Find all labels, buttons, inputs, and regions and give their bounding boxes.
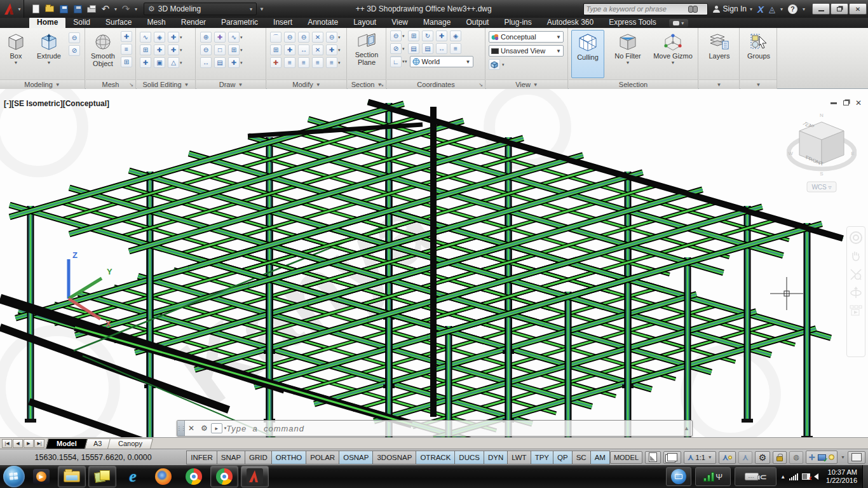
tray-clock[interactable]: 10:37 AM 1/22/2016	[822, 468, 861, 485]
erase-icon[interactable]: ✚	[270, 57, 281, 68]
toggle-sc[interactable]: SC	[572, 451, 590, 464]
drawing-area[interactable]: KanyaZYX [-][SE Isometric][Conceptual] ✕…	[0, 89, 868, 437]
a360-icon[interactable]: ◬	[769, 4, 775, 14]
move-icon[interactable]: ⌒	[270, 32, 281, 43]
break-icon[interactable]: ⊖	[326, 32, 337, 43]
panel-title-draw[interactable]: Draw▼	[196, 79, 266, 89]
polyline-icon[interactable]: ⊕	[200, 32, 212, 43]
ucs-zaxis-icon[interactable]: ▤	[422, 43, 433, 54]
close-button[interactable]: ✕	[849, 3, 867, 15]
viewcube[interactable]: NESW TOP FRONT RIGHT WCS ▿	[787, 113, 857, 197]
show-desktop-button[interactable]	[862, 465, 868, 488]
navigation-wheel-icon[interactable]	[849, 231, 863, 245]
tab-parametric[interactable]: Parametric	[214, 17, 266, 28]
command-close-icon[interactable]: ✕	[188, 424, 194, 433]
extrude-button[interactable]: Extrude▼	[32, 30, 66, 78]
section-plane-button[interactable]: Section Plane	[349, 30, 384, 78]
command-customize-icon[interactable]: ⚙	[201, 424, 208, 433]
undo-dropdown-icon[interactable]: ▾	[114, 6, 117, 12]
tray-maintenance-tool[interactable]	[666, 467, 691, 486]
3d-align-icon[interactable]: ⊖	[284, 32, 295, 43]
taskbar-firefox[interactable]	[149, 466, 177, 487]
solid-edit-faces-icon[interactable]: ◈	[154, 32, 165, 43]
signal-strength-icon[interactable]	[789, 473, 798, 480]
redo-icon[interactable]: ↷	[121, 4, 131, 14]
tab-layout[interactable]: Layout	[346, 17, 384, 28]
layers-button[interactable]: Layers	[702, 30, 736, 78]
start-button[interactable]	[3, 466, 25, 487]
ribbon-display-toggle[interactable]: ▾	[669, 19, 688, 27]
revision-cloud-icon[interactable]: ✚	[214, 32, 226, 43]
rectangle-icon[interactable]: ▤	[214, 57, 226, 68]
search-input[interactable]	[587, 5, 688, 13]
ucs-named-icon[interactable]: ⊖	[390, 30, 402, 41]
taskbar-sticky-notes[interactable]	[88, 466, 116, 487]
drawing-close-icon[interactable]: ✕	[855, 98, 862, 107]
model-space-button[interactable]: MODEL	[610, 451, 642, 464]
toggle-infer[interactable]: INFER	[186, 451, 217, 464]
taskbar-chrome[interactable]	[180, 466, 208, 487]
smooth-object-button[interactable]: Smooth Object	[87, 30, 119, 78]
status-preview-icon[interactable]	[818, 454, 826, 461]
toggle-tpy[interactable]: TPY	[531, 451, 553, 464]
command-line-grip[interactable]: ⋮⋮	[177, 421, 185, 436]
toggle-snap[interactable]: SNAP	[217, 451, 245, 464]
ucs-x-icon[interactable]: ⊘	[390, 43, 402, 54]
navigation-bar[interactable]	[846, 226, 865, 357]
panel-title-mesh[interactable]: Mesh	[86, 79, 135, 89]
ucs-rotate-icon[interactable]: ▤	[408, 43, 419, 54]
extend-icon[interactable]: ✕	[312, 44, 323, 55]
taskbar-explorer[interactable]	[58, 466, 86, 487]
panel-title-view[interactable]: View▼	[486, 79, 567, 89]
ucs-icon[interactable]: ∟	[390, 57, 402, 67]
qat-customize-icon[interactable]: ▼	[259, 6, 264, 12]
taskbar-chrome-2[interactable]	[210, 466, 238, 487]
intersect-icon[interactable]: ✚	[140, 57, 151, 68]
arc-icon[interactable]: ∿	[228, 32, 240, 43]
viewcube-settings-icon[interactable]	[489, 59, 500, 70]
toggle-ducs[interactable]: DUCS	[454, 451, 484, 464]
drawing-minimize-icon[interactable]	[831, 102, 837, 104]
toggle-qp[interactable]: QP	[553, 451, 572, 464]
section-dialog-launcher-icon[interactable]: ↘	[379, 82, 384, 88]
panel-title-layers[interactable]: ▼	[699, 79, 739, 89]
groups-button[interactable]: Groups	[742, 30, 775, 78]
tab-mesh[interactable]: Mesh	[139, 17, 173, 28]
array-icon[interactable]: ≡	[326, 57, 337, 68]
mirror-icon[interactable]: ⊞	[270, 44, 281, 55]
quick-view-layouts-button[interactable]	[645, 451, 661, 464]
workspace-switcher[interactable]: ⚙ 3D Modeling ▾	[144, 3, 257, 15]
culling-button[interactable]: Culling	[571, 30, 604, 78]
panel-title-groups[interactable]: ▼	[740, 79, 776, 89]
minimize-button[interactable]	[812, 3, 830, 15]
rotate-icon[interactable]: ↔	[298, 44, 309, 55]
tab-home[interactable]: Home	[29, 17, 65, 28]
copy-nested-icon[interactable]: ✕	[312, 32, 323, 43]
signin-dropdown-icon[interactable]: ▾	[750, 6, 752, 12]
toggle-dyn[interactable]: DYN	[484, 451, 507, 464]
annotation-visibility-button[interactable]: ⋏	[719, 451, 736, 464]
toggle-3dosnap[interactable]: 3DOSNAP	[372, 451, 416, 464]
taper-faces-icon[interactable]: ✚	[154, 44, 165, 55]
crosshair-tool-icon[interactable]: ✛	[809, 453, 815, 462]
taskbar-media-player[interactable]: ▶	[27, 466, 55, 487]
speaker-icon[interactable]	[814, 473, 818, 480]
undo-icon[interactable]: ↶	[100, 4, 111, 14]
search-binoculars-icon[interactable]	[688, 6, 697, 12]
tab-surface[interactable]: Surface	[98, 17, 139, 28]
tab-view[interactable]: View	[384, 17, 416, 28]
mesh-refine-add-icon[interactable]: ✚	[121, 31, 132, 42]
panel-title-coordinates[interactable]: Coordinates	[387, 79, 485, 89]
tab-output[interactable]: Output	[458, 17, 496, 28]
move-faces-icon[interactable]: ✚	[168, 44, 179, 55]
toggle-grid[interactable]: GRID	[245, 451, 271, 464]
tab-plug-ins[interactable]: Plug-ins	[496, 17, 539, 28]
workspace-switching-button[interactable]: ⚙	[755, 451, 771, 464]
showmotion-icon[interactable]	[849, 304, 863, 316]
clean-solid-icon[interactable]: ▣	[154, 57, 165, 68]
help-dropdown-icon[interactable]: ▾	[803, 6, 805, 12]
panel-title-solid-editing[interactable]: Solid Editing▼	[137, 79, 195, 89]
subtract-icon[interactable]: ⊞	[140, 44, 151, 55]
restore-button[interactable]	[831, 3, 848, 15]
ucs-world-set-icon[interactable]: ◈	[450, 30, 461, 41]
